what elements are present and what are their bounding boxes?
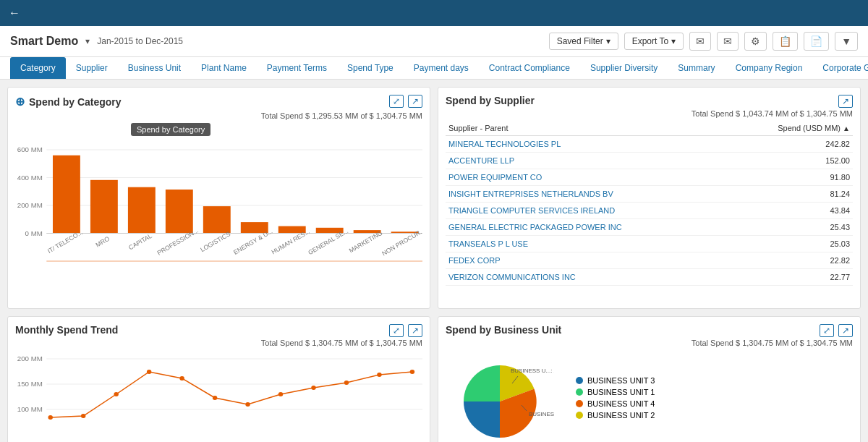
tab-plant-name[interactable]: Plant Name: [191, 57, 257, 79]
supplier-row: INSIGHT ENTREPRISES NETHERLANDS BV 81.24: [446, 186, 853, 203]
bu-total-spend: Total Spend $ 1,304.75 MM of $ 1,304.75 …: [446, 339, 853, 347]
svg-point-37: [81, 414, 85, 418]
supplier-name[interactable]: VERIZON COMMUNICATIONS INC: [446, 269, 729, 286]
bu-legend: BUSINESS UNIT 3 BUSINESS UNIT 1 BUSINESS…: [561, 376, 853, 420]
supplier-amount: 22.77: [729, 269, 853, 286]
card-actions-category: ⤢ ↗: [389, 95, 422, 108]
supplier-row: VERIZON COMMUNICATIONS INC 22.77: [446, 269, 853, 286]
category-popout-btn[interactable]: ↗: [408, 95, 422, 108]
tab-payment-terms[interactable]: Payment Terms: [257, 57, 337, 79]
card-actions-bu: ⤢ ↗: [820, 324, 853, 337]
tab-supplier[interactable]: Supplier: [66, 57, 118, 79]
bu-legend-item: BUSINESS UNIT 1: [576, 388, 853, 396]
svg-point-44: [311, 386, 315, 390]
email-icon-btn[interactable]: ✉: [689, 32, 711, 51]
trend-popout-btn[interactable]: ↗: [408, 324, 422, 337]
svg-rect-12: [166, 190, 193, 234]
legend-label: BUSINESS UNIT 3: [587, 376, 655, 385]
tab-category[interactable]: Category: [10, 57, 66, 79]
tab-contract-compliance[interactable]: Contract Compliance: [479, 57, 580, 79]
tab-spend-type[interactable]: Spend Type: [337, 57, 404, 79]
legend-dot: [576, 388, 583, 396]
supplier-col-header: Supplier - Parent: [446, 121, 729, 136]
app-title-dropdown[interactable]: ▾: [85, 36, 90, 46]
tab-business-unit[interactable]: Business Unit: [118, 57, 191, 79]
export-to-button[interactable]: Export To ▾: [624, 33, 684, 50]
trend-chart-svg: 200 MM 150 MM 100 MM: [15, 352, 422, 442]
tab-payment-days[interactable]: Payment days: [404, 57, 479, 79]
bu-popout-btn[interactable]: ↗: [838, 324, 853, 337]
svg-point-41: [213, 396, 217, 400]
header-right: Saved Filter ▾ Export To ▾ ✉ ✉ ⚙ 📋 📄 ▼: [549, 32, 858, 51]
supplier-total-spend: Total Spend $ 1,043.74 MM of $ 1,304.75 …: [446, 109, 853, 118]
svg-text:200 MM: 200 MM: [17, 201, 43, 209]
trend-expand-btn[interactable]: ⤢: [389, 324, 404, 337]
svg-text:100 MM: 100 MM: [17, 406, 43, 413]
legend-dot: [576, 400, 583, 407]
supplier-row: POWER EQUIPMENT CO 91.80: [446, 169, 853, 186]
pie-chart-area: BUSINESS U...: 20.21% BUSINESS U...: 29.…: [446, 354, 561, 441]
tab-summary[interactable]: Summary: [668, 57, 725, 79]
message-icon-btn[interactable]: ✉: [717, 32, 739, 51]
tab-corporate-group[interactable]: Corporate Group: [812, 57, 868, 79]
svg-text:0 MM: 0 MM: [25, 229, 43, 237]
bu-legend-item: BUSINESS UNIT 3: [576, 376, 853, 385]
bu-chart-container: BUSINESS U...: 20.21% BUSINESS U...: 29.…: [446, 354, 853, 441]
svg-text:BUSINESS U...: 20.21%: BUSINESS U...: 20.21%: [511, 367, 554, 374]
svg-rect-10: [90, 180, 118, 234]
card-title-trend: Monthly Spend Trend: [15, 324, 422, 336]
svg-point-42: [245, 402, 250, 407]
supplier-name[interactable]: GENERAL ELECTRIC PACKAGED POWER INC: [446, 219, 729, 236]
supplier-name[interactable]: FEDEX CORP: [446, 252, 729, 269]
supplier-row: TRIANGLE COMPUTER SERVICES IRELAND 43.84: [446, 203, 853, 219]
supplier-name[interactable]: MINERAL TECHNOLOGIES PL: [446, 136, 729, 153]
main-content: ⊕ Spend by Category ⤢ ↗ Total Spend $ 1,…: [0, 80, 868, 442]
tab-supplier-diversity[interactable]: Supplier Diversity: [580, 57, 668, 79]
supplier-popout-btn[interactable]: ↗: [838, 95, 853, 108]
bu-expand-btn[interactable]: ⤢: [820, 324, 834, 337]
supplier-table: Supplier - Parent Spend (USD MM) ▲ MINER…: [446, 121, 853, 286]
doc-icon-btn[interactable]: 📄: [804, 32, 829, 51]
pie-chart-svg: BUSINESS U...: 20.21% BUSINESS U...: 29.…: [446, 354, 554, 441]
card-title-category: ⊕ Spend by Category: [15, 95, 422, 109]
card-actions-supplier: ↗: [838, 95, 853, 108]
supplier-name[interactable]: TRIANGLE COMPUTER SERVICES IRELAND: [446, 203, 729, 219]
category-icon: ⊕: [15, 95, 25, 109]
supplier-amount: 81.24: [729, 186, 853, 203]
legend-label: BUSINESS UNIT 4: [587, 399, 655, 408]
bu-legend-item: BUSINESS UNIT 2: [576, 411, 853, 420]
supplier-row: MINERAL TECHNOLOGIES PL 242.82: [446, 136, 853, 153]
svg-rect-13: [203, 206, 231, 233]
svg-text:150 MM: 150 MM: [17, 381, 43, 388]
supplier-amount: 22.82: [729, 252, 853, 269]
supplier-row: TRANSEALS P L USE 25.03: [446, 236, 853, 252]
bar-chart-area: 600 MM 400 MM 200 MM 0 MM IT/: [15, 142, 422, 301]
card-title-bu: Spend by Business Unit: [446, 324, 853, 336]
trend-chart-area: 200 MM 150 MM 100 MM: [15, 352, 422, 442]
legend-dot: [576, 377, 583, 384]
svg-point-45: [344, 381, 349, 385]
clipboard-icon-btn[interactable]: 📋: [773, 32, 798, 51]
top-bar: ←: [0, 0, 868, 26]
supplier-name[interactable]: INSIGHT ENTREPRISES NETHERLANDS BV: [446, 186, 729, 203]
supplier-name[interactable]: POWER EQUIPMENT CO: [446, 169, 729, 186]
saved-filter-button[interactable]: Saved Filter ▾: [549, 33, 618, 50]
svg-text:NON PROCUR...: NON PROCUR...: [380, 226, 422, 257]
supplier-name[interactable]: ACCENTURE LLP: [446, 153, 729, 169]
svg-point-40: [179, 376, 184, 381]
supplier-amount: 43.84: [729, 203, 853, 219]
supplier-name[interactable]: TRANSEALS P L USE: [446, 236, 729, 252]
amount-col-header[interactable]: Spend (USD MM) ▲: [729, 121, 853, 136]
tab-company-region[interactable]: Company Region: [726, 57, 813, 79]
card-actions-trend: ⤢ ↗: [389, 324, 422, 337]
legend-label: BUSINESS UNIT 1: [587, 388, 655, 396]
back-button[interactable]: ←: [9, 7, 20, 20]
filter-icon-btn[interactable]: ▼: [835, 32, 858, 51]
spend-by-category-card: ⊕ Spend by Category ⤢ ↗ Total Spend $ 1,…: [7, 87, 430, 309]
header-row: Smart Demo ▾ Jan-2015 to Dec-2015 Saved …: [0, 26, 868, 57]
trend-total-spend: Total Spend $ 1,304.75 MM of $ 1,304.75 …: [15, 339, 422, 347]
category-expand-btn[interactable]: ⤢: [389, 95, 404, 108]
svg-text:200 MM: 200 MM: [17, 355, 43, 362]
bu-legend-item: BUSINESS UNIT 4: [576, 399, 853, 408]
settings-icon-btn[interactable]: ⚙: [744, 32, 767, 51]
